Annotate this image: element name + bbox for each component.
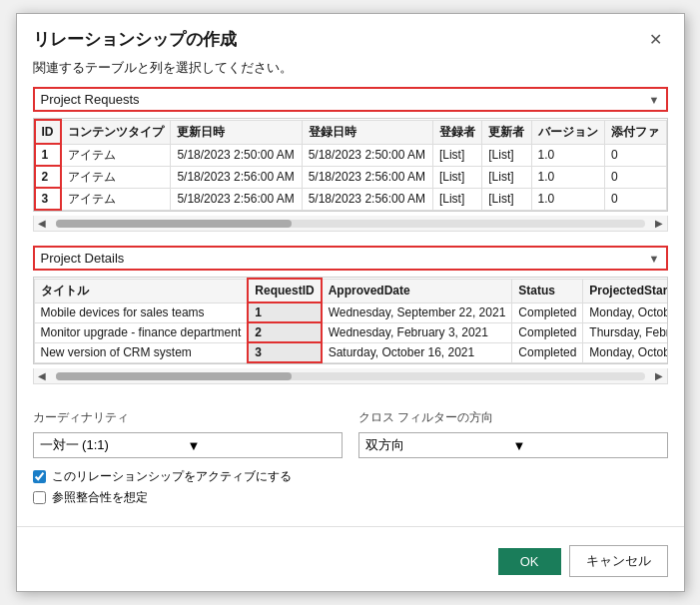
table2-col-requestid[interactable]: RequestID xyxy=(248,279,321,302)
cardinality-label: カーディナリティ xyxy=(33,409,343,426)
ok-button[interactable]: OK xyxy=(498,548,561,575)
title-bar: リレーションシップの作成 ✕ xyxy=(17,14,684,55)
footer-divider xyxy=(17,526,684,527)
dialog: リレーションシップの作成 ✕ 関連するテーブルと列を選択してください。 Proj… xyxy=(16,13,685,592)
table1-wrapper: ID コンテンツタイプ 更新日時 登録日時 登録者 更新者 バージョン 添付ファ… xyxy=(33,118,668,212)
table1: ID コンテンツタイプ 更新日時 登録日時 登録者 更新者 バージョン 添付ファ… xyxy=(34,119,667,211)
table2-header-row: タイトル RequestID ApprovedDate Status Proje… xyxy=(34,279,668,302)
table1-header-row: ID コンテンツタイプ 更新日時 登録日時 登録者 更新者 バージョン 添付ファ xyxy=(35,120,667,144)
checkbox-integrity[interactable] xyxy=(33,491,46,504)
table2-scroll-track[interactable] xyxy=(56,372,645,380)
table2-dropdown[interactable]: Project Details ▼ xyxy=(33,246,668,271)
table-row[interactable]: Mobile devices for sales teams1Wednesday… xyxy=(34,302,668,322)
table-row[interactable]: 3アイテム5/18/2023 2:56:00 AM5/18/2023 2:56:… xyxy=(35,188,667,210)
table2-dropdown-arrow: ▼ xyxy=(649,253,660,265)
checkbox-integrity-label[interactable]: 参照整合性を想定 xyxy=(52,489,148,506)
table1-dropdown-label: Project Requests xyxy=(41,92,649,107)
table2-body: Mobile devices for sales teams1Wednesday… xyxy=(34,302,668,362)
table2-scrollbar[interactable]: ◀ ▶ xyxy=(33,368,668,384)
checkbox-integrity-row: 参照整合性を想定 xyxy=(33,489,668,506)
table2-wrapper: タイトル RequestID ApprovedDate Status Proje… xyxy=(33,277,668,364)
table2-col-title[interactable]: タイトル xyxy=(34,279,248,302)
checkbox-active[interactable] xyxy=(33,470,46,483)
table2-col-status[interactable]: Status xyxy=(512,279,583,302)
checkbox-active-label[interactable]: このリレーションシップをアクティブにする xyxy=(52,468,292,485)
table1-col-attachment[interactable]: 添付ファ xyxy=(605,120,666,144)
bottom-section: カーディナリティ 一対一 (1:1) ▼ クロス フィルターの方向 双方向 ▼ … xyxy=(17,401,684,524)
crossfilter-arrow: ▼ xyxy=(513,438,661,453)
table-row[interactable]: 1アイテム5/18/2023 2:50:00 AM5/18/2023 2:50:… xyxy=(35,144,667,166)
table1-scroll-track[interactable] xyxy=(56,220,645,228)
table1-dropdown[interactable]: Project Requests ▼ xyxy=(33,87,668,112)
cardinality-dropdown[interactable]: 一対一 (1:1) ▼ xyxy=(33,432,343,458)
table-row[interactable]: 2アイテム5/18/2023 2:56:00 AM5/18/2023 2:56:… xyxy=(35,166,667,188)
footer: OK キャンセル xyxy=(17,535,684,591)
table2-scroll-left[interactable]: ◀ xyxy=(34,370,50,381)
checkboxes: このリレーションシップをアクティブにする 参照整合性を想定 xyxy=(33,468,668,506)
table1-section: Project Requests ▼ ID コンテンツタイプ 更新日時 登録日時… xyxy=(33,87,668,232)
table2-dropdown-label: Project Details xyxy=(41,251,649,266)
content-area: Project Requests ▼ ID コンテンツタイプ 更新日時 登録日時… xyxy=(17,87,684,401)
table1-col-version[interactable]: バージョン xyxy=(531,120,604,144)
cardinality-arrow: ▼ xyxy=(188,438,336,453)
crossfilter-dropdown[interactable]: 双方向 ▼ xyxy=(358,432,668,458)
close-button[interactable]: ✕ xyxy=(643,30,668,50)
cancel-button[interactable]: キャンセル xyxy=(569,545,668,577)
table1-col-updated[interactable]: 更新日時 xyxy=(171,120,302,144)
table1-col-contenttype[interactable]: コンテンツタイプ xyxy=(61,120,171,144)
table-row[interactable]: New version of CRM system3Saturday, Octo… xyxy=(34,342,668,362)
table1-scroll-thumb xyxy=(56,220,292,228)
table2: タイトル RequestID ApprovedDate Status Proje… xyxy=(34,278,668,363)
table1-dropdown-arrow: ▼ xyxy=(649,94,660,106)
table1-body: 1アイテム5/18/2023 2:50:00 AM5/18/2023 2:50:… xyxy=(35,144,667,210)
table-row[interactable]: Monitor upgrade - finance department2Wed… xyxy=(34,322,668,342)
crossfilter-value: 双方向 xyxy=(365,436,513,454)
table1-col-id[interactable]: ID xyxy=(35,120,61,144)
crossfilter-label: クロス フィルターの方向 xyxy=(358,409,668,426)
options-row: カーディナリティ 一対一 (1:1) ▼ クロス フィルターの方向 双方向 ▼ xyxy=(33,409,668,458)
table2-col-approved[interactable]: ApprovedDate xyxy=(322,279,512,302)
table1-col-updater[interactable]: 更新者 xyxy=(482,120,531,144)
dialog-subtitle: 関連するテーブルと列を選択してください。 xyxy=(17,55,684,87)
table2-scroll-thumb xyxy=(56,372,292,380)
cardinality-group: カーディナリティ 一対一 (1:1) ▼ xyxy=(33,409,343,458)
table1-col-registered[interactable]: 登録日時 xyxy=(302,120,432,144)
table2-scroll-right[interactable]: ▶ xyxy=(651,370,667,381)
checkbox-active-row: このリレーションシップをアクティブにする xyxy=(33,468,668,485)
cardinality-value: 一対一 (1:1) xyxy=(40,436,188,454)
table1-scrollbar[interactable]: ◀ ▶ xyxy=(33,216,668,232)
table2-col-startdate[interactable]: ProjectedStartDate xyxy=(583,279,668,302)
crossfilter-group: クロス フィルターの方向 双方向 ▼ xyxy=(358,409,668,458)
table1-scroll-left[interactable]: ◀ xyxy=(34,218,50,229)
dialog-title: リレーションシップの作成 xyxy=(33,28,237,51)
table1-scroll-right[interactable]: ▶ xyxy=(651,218,667,229)
table2-section: Project Details ▼ タイトル RequestID Approve… xyxy=(33,246,668,384)
table1-col-registrant[interactable]: 登録者 xyxy=(432,120,481,144)
